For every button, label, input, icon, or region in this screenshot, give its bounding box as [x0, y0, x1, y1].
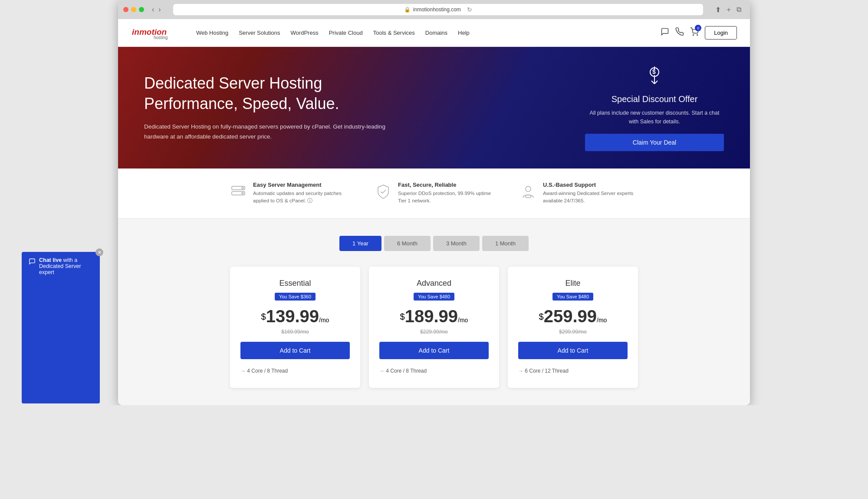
feature-support-text: U.S.-Based Support Award-winning Dedicat…: [543, 182, 638, 205]
hero-left: Dedicated Server Hosting Performance, Sp…: [144, 73, 585, 142]
advanced-mo: /mo: [458, 317, 468, 324]
chat-icon-button[interactable]: [661, 27, 669, 38]
cart-icon-button[interactable]: 0: [690, 27, 699, 38]
close-window-button[interactable]: [123, 7, 128, 12]
browser-action-buttons: ⬆ ＋ ⧉: [715, 5, 741, 14]
pricing-section: 1 Year 6 Month 3 Month 1 Month Essential…: [118, 218, 750, 405]
feature-us-support: U.S.-Based Support Award-winning Dedicat…: [519, 182, 638, 205]
url-text: inmotionhosting.com: [413, 7, 461, 13]
billing-tab-3month[interactable]: 3 Month: [433, 236, 480, 251]
elite-feature-1: 6 Core / 12 Thread: [518, 366, 628, 376]
nav-links: Web Hosting Server Solutions WordPress P…: [196, 30, 661, 36]
phone-icon-button[interactable]: [675, 27, 684, 38]
nav-web-hosting[interactable]: Web Hosting: [196, 30, 228, 36]
advanced-original-price: $229.99/mo: [379, 329, 489, 335]
essential-feature-1: 4 Core / 8 Thread: [240, 366, 350, 376]
cart-count-badge: 0: [695, 25, 701, 31]
svg-text:hosting: hosting: [154, 35, 168, 40]
navbar: inmotion hosting Web Hosting Server Solu…: [118, 19, 750, 47]
server-management-icon: [230, 183, 247, 203]
nav-domains[interactable]: Domains: [425, 30, 447, 36]
discount-title: Special Discount Offer: [612, 94, 698, 104]
elite-price: 259.99: [544, 307, 597, 326]
elite-mo: /mo: [597, 317, 607, 324]
feature-easy-text: Easy Server Management Automatic updates…: [253, 182, 349, 205]
advanced-feature-1: 4 Core / 8 Thread: [379, 366, 489, 376]
browser-nav-controls: ‹ ›: [152, 6, 161, 13]
login-button[interactable]: Login: [705, 26, 737, 40]
claim-deal-button[interactable]: Claim Your Deal: [585, 134, 724, 151]
svg-rect-10: [232, 186, 245, 190]
elite-add-cart-button[interactable]: Add to Cart: [518, 342, 628, 359]
svg-point-13: [242, 192, 243, 194]
feature-easy-title: Easy Server Management: [253, 182, 349, 188]
essential-price: 139.99: [266, 307, 319, 326]
svg-point-2: [693, 35, 694, 36]
feature-easy-desc: Automatic updates and security patches a…: [253, 190, 349, 205]
nav-wordpress[interactable]: WordPress: [291, 30, 319, 36]
billing-tab-1month[interactable]: 1 Month: [482, 236, 529, 251]
advanced-add-cart-button[interactable]: Add to Cart: [379, 342, 489, 359]
pricing-card-advanced: Advanced You Save $480 $189.99/mo $229.9…: [369, 267, 499, 388]
nav-help[interactable]: Help: [458, 30, 470, 36]
lock-icon: 🔒: [404, 7, 411, 13]
elite-dollar: $: [539, 311, 544, 321]
back-button[interactable]: ‹: [152, 6, 154, 13]
elite-savings-badge: You Save $480: [552, 293, 593, 301]
feature-fast-secure: Fast, Secure, Reliable Superior DDoS pro…: [375, 182, 493, 205]
feature-fast-desc: Superior DDoS protection, 99.99% uptime …: [398, 190, 493, 205]
discount-icon: $: [644, 64, 665, 90]
essential-dollar: $: [261, 311, 266, 321]
advanced-savings-badge: You Save $480: [414, 293, 454, 301]
nav-private-cloud[interactable]: Private Cloud: [329, 30, 363, 36]
new-tab-button[interactable]: ＋: [725, 5, 732, 14]
tabs-button[interactable]: ⧉: [736, 5, 741, 14]
pricing-cards: Essential You Save $360 $139.99/mo $169.…: [144, 267, 724, 388]
traffic-lights: [123, 7, 144, 12]
essential-mo: /mo: [319, 317, 329, 324]
forward-button[interactable]: ›: [158, 6, 161, 13]
essential-title: Essential: [240, 279, 350, 288]
nav-tools-services[interactable]: Tools & Services: [373, 30, 415, 36]
hero-right: $ Special Discount Offer All plans inclu…: [585, 64, 724, 151]
browser-window: ‹ › 🔒 inmotionhosting.com ↻ ⬆ ＋ ⧉ inmoti…: [118, 0, 750, 405]
pricing-card-essential: Essential You Save $360 $139.99/mo $169.…: [230, 267, 360, 388]
address-bar[interactable]: 🔒 inmotionhosting.com ↻: [173, 4, 703, 15]
essential-savings-badge: You Save $360: [275, 293, 316, 301]
svg-line-8: [654, 81, 658, 84]
pricing-card-elite: Elite You Save $480 $259.99/mo $299.99/m…: [508, 267, 638, 388]
nav-server-solutions[interactable]: Server Solutions: [239, 30, 280, 36]
essential-add-cart-button[interactable]: Add to Cart: [240, 342, 350, 359]
shield-icon: [375, 183, 392, 203]
nav-actions: 0 Login: [661, 26, 737, 40]
share-button[interactable]: ⬆: [715, 5, 721, 14]
svg-point-14: [526, 186, 531, 192]
svg-point-3: [697, 35, 698, 36]
reload-button[interactable]: ↻: [467, 6, 472, 13]
maximize-window-button[interactable]: [139, 7, 144, 12]
elite-original-price: $299.99/mo: [518, 329, 628, 335]
feature-fast-title: Fast, Secure, Reliable: [398, 182, 493, 188]
hero-description: Dedicated Server Hosting on fully-manage…: [144, 122, 387, 142]
advanced-title: Advanced: [379, 279, 489, 288]
feature-support-title: U.S.-Based Support: [543, 182, 638, 188]
advanced-price: 189.99: [405, 307, 458, 326]
support-icon: [519, 183, 537, 203]
essential-original-price: $169.99/mo: [240, 329, 350, 335]
minimize-window-button[interactable]: [131, 7, 136, 12]
advanced-dollar: $: [400, 311, 405, 321]
feature-support-desc: Award-winning Dedicated Server experts a…: [543, 190, 638, 205]
svg-rect-11: [232, 192, 245, 195]
logo[interactable]: inmotion hosting: [131, 25, 183, 41]
page-content: inmotion hosting Web Hosting Server Solu…: [118, 19, 750, 405]
feature-easy-management: Easy Server Management Automatic updates…: [230, 182, 349, 205]
hero-section: Dedicated Server Hosting Performance, Sp…: [118, 47, 750, 169]
features-bar: Easy Server Management Automatic updates…: [118, 169, 750, 218]
feature-fast-text: Fast, Secure, Reliable Superior DDoS pro…: [398, 182, 493, 205]
svg-text:$: $: [652, 68, 656, 75]
elite-title: Elite: [518, 279, 628, 288]
billing-tab-1year[interactable]: 1 Year: [339, 236, 381, 251]
svg-point-12: [242, 187, 243, 189]
discount-description: All plans include new customer discounts…: [585, 109, 724, 126]
billing-tab-6month[interactable]: 6 Month: [384, 236, 431, 251]
